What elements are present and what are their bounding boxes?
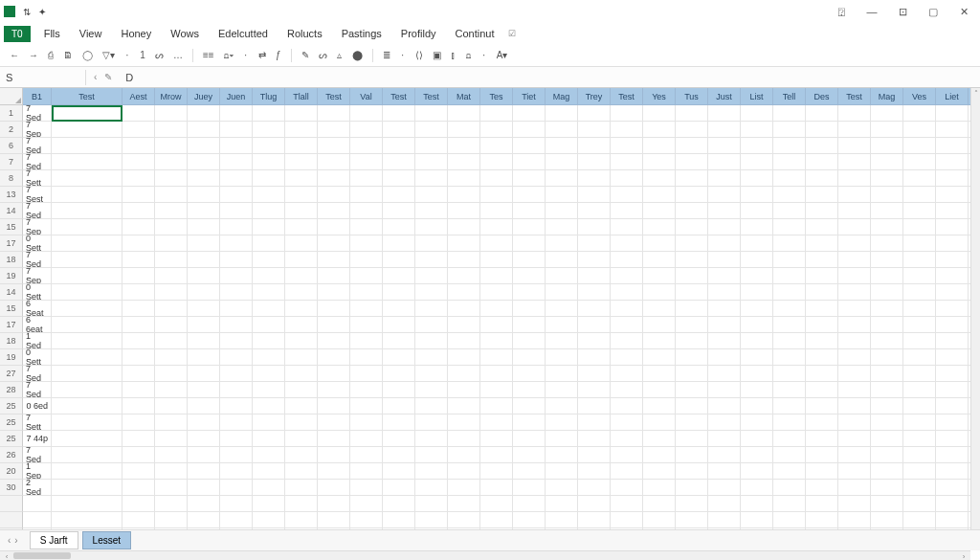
cell[interactable] xyxy=(155,301,188,317)
cell[interactable] xyxy=(220,105,253,122)
cell[interactable] xyxy=(448,187,480,203)
row-header[interactable]: 15 xyxy=(0,301,23,317)
cell[interactable] xyxy=(806,366,838,382)
cell[interactable] xyxy=(285,138,318,154)
toolbar-button[interactable]: · xyxy=(122,49,132,61)
cell[interactable] xyxy=(122,301,155,317)
cell[interactable] xyxy=(122,317,155,333)
horizontal-scrollbar[interactable]: ‹ › xyxy=(0,550,970,560)
cell[interactable] xyxy=(188,496,220,512)
cell[interactable] xyxy=(643,105,676,122)
cell[interactable] xyxy=(350,284,383,301)
cell[interactable] xyxy=(871,154,903,170)
cell[interactable] xyxy=(773,414,806,431)
cell[interactable] xyxy=(383,349,415,366)
cell[interactable] xyxy=(285,431,318,447)
cell[interactable] xyxy=(480,122,513,138)
row-header[interactable]: 8 xyxy=(0,170,23,187)
cell[interactable] xyxy=(188,349,220,366)
cell[interactable] xyxy=(253,122,285,138)
cell[interactable] xyxy=(513,187,546,203)
cell[interactable]: 7 Sep xyxy=(23,219,52,235)
cell[interactable] xyxy=(546,301,578,317)
cell[interactable] xyxy=(155,268,188,284)
row-header[interactable]: 28 xyxy=(0,382,23,398)
cell[interactable] xyxy=(903,219,936,235)
cell[interactable] xyxy=(741,414,773,431)
cell[interactable] xyxy=(676,463,708,480)
cell[interactable] xyxy=(480,398,513,414)
cell[interactable] xyxy=(903,170,936,187)
toolbar-button[interactable]: ᔕ xyxy=(317,49,329,61)
cell[interactable] xyxy=(122,512,155,528)
cell[interactable]: 7 Sed xyxy=(23,252,52,268)
cell[interactable] xyxy=(871,463,903,480)
cell[interactable] xyxy=(52,349,122,366)
cell[interactable] xyxy=(611,301,643,317)
cell[interactable] xyxy=(220,414,253,431)
cell[interactable] xyxy=(578,154,611,170)
cell[interactable] xyxy=(611,219,643,235)
cell[interactable] xyxy=(903,301,936,317)
scroll-thumb[interactable] xyxy=(13,552,71,559)
cell[interactable] xyxy=(578,105,611,122)
cell[interactable] xyxy=(676,414,708,431)
cell[interactable] xyxy=(122,252,155,268)
cell[interactable] xyxy=(480,496,513,512)
cell[interactable] xyxy=(773,235,806,252)
cell[interactable] xyxy=(838,187,871,203)
cell[interactable] xyxy=(448,512,480,528)
cell[interactable] xyxy=(415,154,448,170)
cell[interactable] xyxy=(838,431,871,447)
cell[interactable] xyxy=(741,122,773,138)
cell[interactable] xyxy=(578,398,611,414)
cell[interactable] xyxy=(676,284,708,301)
cell[interactable] xyxy=(383,203,415,219)
cell[interactable] xyxy=(220,170,253,187)
cell[interactable] xyxy=(611,138,643,154)
cell[interactable] xyxy=(52,431,122,447)
cell[interactable] xyxy=(350,512,383,528)
menu-item[interactable]: Flls xyxy=(34,25,70,42)
cell[interactable] xyxy=(611,235,643,252)
cell[interactable] xyxy=(806,170,838,187)
cell[interactable] xyxy=(155,480,188,496)
cell[interactable] xyxy=(643,398,676,414)
cell[interactable] xyxy=(415,268,448,284)
cell[interactable] xyxy=(806,219,838,235)
cell[interactable] xyxy=(741,252,773,268)
cell[interactable] xyxy=(383,105,415,122)
cell[interactable] xyxy=(285,105,318,122)
cell[interactable] xyxy=(611,398,643,414)
cell[interactable] xyxy=(708,301,741,317)
cell[interactable] xyxy=(903,480,936,496)
cell[interactable] xyxy=(838,235,871,252)
cell[interactable] xyxy=(253,187,285,203)
cell[interactable] xyxy=(578,301,611,317)
cell[interactable] xyxy=(253,219,285,235)
cell[interactable] xyxy=(676,268,708,284)
cell[interactable] xyxy=(936,398,969,414)
cell[interactable] xyxy=(838,170,871,187)
cell[interactable] xyxy=(122,187,155,203)
cell[interactable] xyxy=(122,284,155,301)
cell[interactable] xyxy=(871,203,903,219)
cell[interactable] xyxy=(220,431,253,447)
cell[interactable] xyxy=(643,480,676,496)
cell[interactable] xyxy=(936,235,969,252)
cell[interactable] xyxy=(52,496,122,512)
cell[interactable] xyxy=(350,235,383,252)
cell[interactable] xyxy=(676,366,708,382)
menu-item[interactable]: Edelcutted xyxy=(209,25,278,42)
cell[interactable] xyxy=(513,398,546,414)
cell[interactable] xyxy=(936,301,969,317)
cell[interactable] xyxy=(188,366,220,382)
cell[interactable] xyxy=(838,463,871,480)
cell[interactable] xyxy=(383,252,415,268)
cell[interactable] xyxy=(773,480,806,496)
row-header[interactable]: 18 xyxy=(0,333,23,349)
cell[interactable] xyxy=(513,317,546,333)
cell[interactable] xyxy=(871,382,903,398)
cell[interactable] xyxy=(155,170,188,187)
cell[interactable] xyxy=(155,252,188,268)
